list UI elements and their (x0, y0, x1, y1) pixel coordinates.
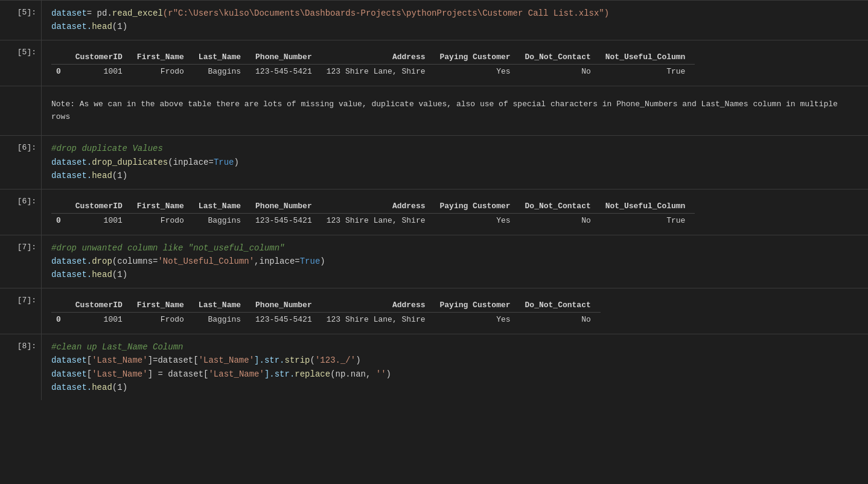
code-token: head (92, 383, 112, 392)
code-token: dataset. (51, 383, 92, 392)
cell-code-content[interactable]: #clean up Last_Name Columndataset['Last_… (41, 334, 868, 401)
code-token: [ (87, 355, 92, 365)
code-token: dataset. (51, 158, 92, 167)
code-token: 'Last_Name' (92, 369, 147, 379)
cell-label: [5]: (0, 1, 41, 40)
code-line: dataset['Last_Name']=dataset['Last_Name'… (51, 354, 858, 367)
table-header (51, 298, 71, 313)
code-token: dataset. (51, 256, 92, 266)
output-table-cell: [6]:CustomerIDFirst_NameLast_NamePhone_N… (0, 189, 868, 235)
code-line: #drop unwanted column like "not_useful_c… (51, 241, 858, 255)
table-header: Phone_Number (251, 199, 322, 214)
code-line: dataset.head(1) (51, 169, 858, 182)
code-token: ) (234, 158, 238, 167)
table-cell: Frodo (132, 64, 194, 78)
code-token: head (92, 270, 112, 279)
code-token: replace (295, 369, 330, 379)
table-cell: No (520, 312, 601, 326)
table-cell: Frodo (132, 213, 194, 228)
cell-code-content[interactable]: dataset= pd.read_excel(r"C:\Users\kulso\… (41, 1, 868, 40)
table-cell: Baggins (194, 312, 251, 326)
output-table-cell: [5]:CustomerIDFirst_NameLast_NamePhone_N… (0, 40, 868, 86)
table-row: 01001FrodoBaggins123-545-5421123 Shire L… (51, 312, 601, 326)
table-header: Not_Useful_Column (601, 50, 695, 65)
code-token: head (92, 171, 112, 180)
table-cell: 123-545-5421 (251, 213, 322, 228)
table-cell: 1001 (71, 64, 132, 78)
cell-label: [7]: (0, 235, 41, 288)
code-token: dataset (51, 8, 87, 18)
table-header: Phone_Number (251, 298, 322, 313)
data-table: CustomerIDFirst_NameLast_NamePhone_Numbe… (51, 50, 695, 78)
table-cell: 123 Shire Lane, Shire (322, 312, 435, 326)
code-token: ]=dataset[ (148, 355, 199, 365)
table-cell: Yes (435, 213, 520, 228)
cell-code-content[interactable]: #drop unwanted column like "not_useful_c… (41, 235, 868, 288)
table-cell: Baggins (194, 64, 251, 78)
table-header: First_Name (132, 298, 194, 313)
table-cell: 1001 (71, 312, 132, 326)
table-cell: 1001 (71, 213, 132, 228)
table-header: Paying Customer (435, 50, 520, 65)
table-cell: 123-545-5421 (251, 312, 322, 326)
table-header (51, 199, 71, 214)
code-token: (1) (112, 270, 127, 279)
code-token: dataset. (51, 171, 92, 180)
cell-label (0, 86, 41, 136)
code-token: [ (87, 369, 92, 379)
code-token: True (214, 158, 234, 167)
code-token: 'Last_Name' (199, 355, 254, 365)
table-cell: Baggins (194, 213, 251, 228)
table-row: 01001FrodoBaggins123-545-5421123 Shire L… (51, 64, 695, 78)
table-cell: Yes (435, 64, 520, 78)
table-cell: No (520, 213, 601, 228)
code-token: '' (376, 369, 386, 379)
table-header: Phone_Number (251, 50, 322, 65)
code-token: = pd. (87, 8, 112, 18)
code-token: drop_duplicates (92, 158, 168, 167)
table-header: Last_Name (194, 199, 251, 214)
code-token: ] = dataset[ (148, 369, 209, 379)
table-row: 01001FrodoBaggins123-545-5421123 Shire L… (51, 213, 695, 228)
cell-label: [8]: (0, 334, 41, 401)
code-token: ) (386, 369, 391, 379)
table-cell: 123 Shire Lane, Shire (322, 213, 435, 228)
code-token: dataset. (51, 22, 92, 31)
cell-label: [6]: (0, 136, 41, 188)
table-cell: Yes (435, 312, 520, 326)
table-cell: 0 (51, 312, 71, 326)
code-token: (1) (112, 171, 127, 180)
table-header: CustomerID (71, 50, 132, 65)
cell-code-content[interactable]: #drop duplicate Valuesdataset.drop_dupli… (41, 136, 868, 188)
table-header: CustomerID (71, 298, 132, 313)
code-token: read_excel (112, 8, 163, 18)
code-token: dataset (51, 369, 87, 379)
code-line: dataset.drop_duplicates(inplace=True) (51, 156, 858, 169)
table-cell: Frodo (132, 312, 194, 326)
table-cell: 123 Shire Lane, Shire (322, 64, 435, 78)
table-header: CustomerID (71, 199, 132, 214)
code-token: ].str. (264, 369, 295, 379)
table-header: Last_Name (194, 50, 251, 65)
code-token: True (300, 256, 321, 266)
table-header: Paying Customer (435, 298, 520, 313)
table-cell: True (601, 64, 695, 78)
table-cell: 0 (51, 64, 71, 78)
table-header: Address (322, 298, 435, 313)
code-token: 'Last_Name' (92, 355, 147, 365)
code-token: ) (356, 355, 360, 365)
code-cell: [7]:#drop unwanted column like "not_usef… (0, 235, 868, 288)
table-header: First_Name (132, 50, 194, 65)
code-token: ) (320, 256, 325, 266)
table-cell: No (520, 64, 601, 78)
note-text: Note: As we can in the above table there… (51, 94, 858, 129)
code-line: #clean up Last_Name Column (51, 340, 858, 354)
table-header: Last_Name (194, 298, 251, 313)
code-token: (1) (112, 22, 127, 31)
code-line: #drop duplicate Values (51, 142, 858, 155)
code-line: dataset.drop(columns='Not_Useful_Column'… (51, 255, 858, 268)
code-token: (columns= (112, 256, 158, 266)
table-header: Address (322, 199, 435, 214)
output-content: CustomerIDFirst_NameLast_NamePhone_Numbe… (41, 40, 868, 86)
code-token: (1) (112, 383, 127, 392)
